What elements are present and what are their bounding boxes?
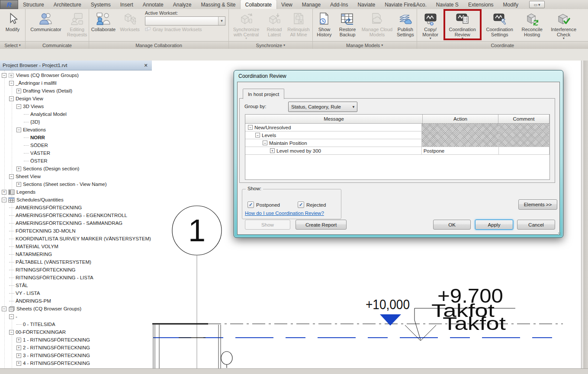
table-row[interactable]: +Level moved by 300 Postpone — [245, 147, 549, 155]
reconcile-hosting-button[interactable]: Reconcile Hosting — [518, 10, 546, 41]
expander-plus-icon[interactable]: + — [16, 345, 21, 350]
tree-item[interactable]: VY - LISTA — [0, 289, 152, 297]
tree-item[interactable]: ARMERINGSFÖRTECKNING — [0, 204, 152, 211]
tab-naviate-s[interactable]: Naviate S — [431, 0, 463, 9]
expander-plus-icon[interactable]: + — [2, 190, 6, 195]
tree-item[interactable]: −Sheets (CQ Browser Groups) — [0, 305, 152, 313]
tree-item[interactable]: −00-FÖRTECKNINGAR — [0, 328, 152, 336]
show-history-button[interactable]: Show History — [313, 10, 336, 41]
tree-item[interactable]: RITNINGSFÖRTECKNING — [0, 266, 152, 274]
show-button[interactable]: Show — [245, 220, 290, 230]
application-menu-button[interactable]: R — [0, 0, 18, 9]
tree-item[interactable]: VÄSTER — [0, 149, 152, 157]
active-workset-combo[interactable]: ▼ — [145, 16, 225, 26]
panel-label-manage-models[interactable]: Manage Models▾ — [313, 41, 417, 49]
level-marker-triangle[interactable] — [380, 314, 401, 326]
tree-item[interactable]: −3D Views — [0, 102, 152, 110]
modify-button[interactable]: Modify — [0, 10, 25, 41]
create-report-button[interactable]: Create Report — [296, 220, 347, 230]
table-row[interactable]: −New/Unresolved — [245, 124, 549, 131]
group-by-dropdown[interactable]: Status, Category, Rule ▼ — [288, 102, 357, 112]
tree-item[interactable]: STÅL — [0, 281, 152, 289]
tab-massing-site[interactable]: Massing & Site — [196, 0, 241, 9]
help-link[interactable]: How do I use Coordination Review? — [245, 211, 324, 216]
tree-item[interactable]: {3D} — [0, 118, 152, 126]
tree-item[interactable]: +2 - RITNINGSFÖRTECKNING — [0, 344, 152, 352]
editing-requests-button[interactable]: Editing Requests — [66, 10, 88, 41]
table-row[interactable]: −Maintain Position — [245, 139, 549, 147]
tab-collaborate[interactable]: Collaborate — [241, 0, 276, 9]
tree-item[interactable]: −- — [0, 313, 152, 320]
ok-button[interactable]: OK — [433, 220, 471, 230]
synchronize-with-central-button[interactable]: Synchronize with Central ▾ — [229, 10, 263, 41]
expander-minus-icon[interactable]: − — [9, 81, 14, 86]
tree-item[interactable]: FÖRTECKNING 3D-MOLN — [0, 227, 152, 235]
expander-minus-icon[interactable]: − — [9, 314, 14, 319]
apply-button[interactable]: Apply — [475, 220, 513, 230]
tab-in-host-project[interactable]: In host project — [243, 89, 284, 99]
tree-item[interactable]: −Schedules/Quantities — [0, 196, 152, 204]
project-browser-titlebar[interactable]: Project Browser - Project1.rvt ✕ — [0, 61, 152, 70]
expander-minus-icon[interactable]: − — [2, 307, 6, 311]
tree-item[interactable]: RITNINGSFÖRTECKNING - LISTA — [0, 274, 152, 281]
rejected-checkbox[interactable]: ✓ Rejected — [298, 201, 326, 208]
tree-item[interactable]: PÅLTABELL (VÄNSTERSYSTEM) — [0, 258, 152, 266]
expander-minus-icon[interactable]: − — [2, 198, 6, 202]
postponed-checkbox[interactable]: ✓ Postponed — [247, 201, 280, 208]
tab-view[interactable]: View — [276, 0, 297, 9]
tree-item[interactable]: Analytical Model — [0, 110, 152, 118]
tab-structure[interactable]: Structure — [18, 0, 49, 9]
expander-plus-icon[interactable]: + — [270, 148, 275, 153]
restore-backup-button[interactable]: Restore Backup — [335, 10, 360, 41]
close-icon[interactable]: ✕ — [142, 63, 149, 68]
panel-label-select[interactable]: Select▾ — [0, 41, 25, 49]
tab-systems[interactable]: Systems — [86, 0, 116, 9]
level-value-label[interactable]: +10,000 — [366, 297, 410, 312]
combo-arrow-icon[interactable]: ▼ — [218, 17, 225, 25]
tree-item[interactable]: +Legends — [0, 188, 152, 196]
tree-item[interactable]: ÖSTER — [0, 157, 152, 165]
expander-minus-icon[interactable]: − — [263, 141, 267, 145]
tree-item[interactable]: NORR — [0, 134, 152, 141]
coordination-settings-button[interactable]: Coordination Settings — [482, 10, 518, 41]
interference-check-button[interactable]: Interference Check ▾ — [546, 10, 581, 41]
tree-item[interactable]: +4 - RITNINGSFÖRTECKNING — [0, 359, 152, 367]
expander-plus-icon[interactable]: + — [16, 89, 21, 93]
resize-grip[interactable] — [558, 232, 561, 236]
collaborate-button[interactable]: Collaborate — [90, 10, 117, 41]
tree-item[interactable]: −_Ändringar i mallfil — [0, 79, 152, 87]
relinquish-all-mine-button[interactable]: Relinquish All Mine — [286, 10, 312, 41]
tab-manage[interactable]: Manage — [297, 0, 325, 9]
tab-modify[interactable]: Modify — [498, 0, 523, 9]
publish-settings-button[interactable]: Publish Settings — [395, 10, 416, 41]
comment-cell[interactable] — [499, 147, 549, 154]
tab-architecture[interactable]: Architecture — [49, 0, 86, 9]
tree-item[interactable]: +Sections (Design section) — [0, 165, 152, 173]
tree-item[interactable]: +Drafting Views (Detail) — [0, 87, 152, 95]
tree-item[interactable]: +Sections (Sheet section - View Name) — [0, 180, 152, 188]
expander-minus-icon[interactable]: − — [248, 125, 253, 130]
copy-monitor-button[interactable]: Copy/ Monitor ▾ — [418, 10, 443, 41]
tree-item[interactable]: −Views (CQ Browser Groups) — [0, 71, 152, 79]
gray-inactive-worksets-button[interactable]: Gray Inactive Worksets — [145, 26, 225, 32]
expander-minus-icon[interactable]: − — [9, 174, 14, 179]
panel-label-synchronize[interactable]: Synchronize▾ — [229, 41, 312, 49]
tree-item[interactable]: KOORDINATLISTA SURVEY MARKER (VÄNSTERSYS… — [0, 235, 152, 243]
tree-item[interactable]: −Design View — [0, 95, 152, 102]
column-header-message[interactable]: Message — [245, 115, 423, 123]
expander-plus-icon[interactable]: + — [16, 353, 21, 358]
expander-minus-icon[interactable]: − — [16, 104, 21, 109]
expander-plus-icon[interactable]: + — [16, 182, 21, 187]
table-row[interactable]: −Levels — [245, 131, 549, 139]
elements-button[interactable]: Elements >> — [518, 199, 557, 210]
coordination-review-button[interactable]: Coordination Review ▾ — [443, 10, 482, 41]
tree-item[interactable]: SÖDER — [0, 141, 152, 149]
expander-plus-icon[interactable]: + — [16, 338, 21, 342]
tree-item[interactable]: 0 - TITELSIDA — [0, 320, 152, 328]
takfot-name-label[interactable]: Takfot — [443, 313, 506, 334]
tree-item[interactable]: +1 - RITNINGSFÖRTECKNING — [0, 336, 152, 344]
reload-latest-button[interactable]: Reload Latest — [263, 10, 286, 41]
tab-analyze[interactable]: Analyze — [168, 0, 196, 9]
tree-item[interactable]: +3 - RITNINGSFÖRTECKNING — [0, 352, 152, 359]
tree-item[interactable]: NÄTARMERING — [0, 250, 152, 258]
